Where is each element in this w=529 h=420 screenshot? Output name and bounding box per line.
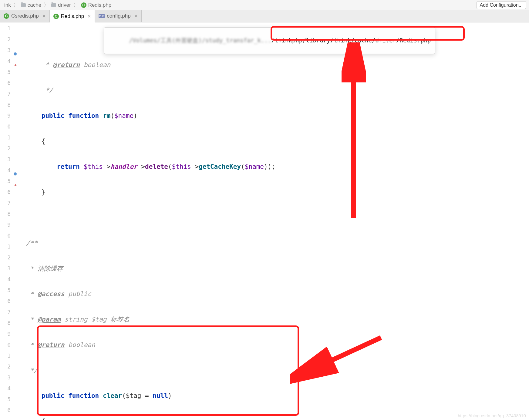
line-number[interactable]: 8 <box>0 208 17 219</box>
php-icon: PHP <box>99 14 105 18</box>
line-number[interactable]: 8 <box>0 99 17 110</box>
tab-label: Redis.php <box>61 13 84 19</box>
line-number[interactable]: 5 <box>0 394 17 405</box>
close-icon[interactable]: ✕ <box>133 14 138 18</box>
line-number[interactable]: 3 <box>0 372 17 383</box>
file-path-tooltip: /Volumes/工具(外置硬盘)/study_transfar_k.../th… <box>104 27 435 54</box>
folder-icon <box>21 3 26 7</box>
line-number[interactable]: 6 <box>0 78 17 88</box>
tooltip-prefix: /Volumes/工具(外置硬盘)/study_transfar_k... <box>129 37 271 44</box>
line-number[interactable]: 9 <box>0 219 17 230</box>
line-number[interactable]: 5 <box>0 285 17 296</box>
breadcrumb-label: Redis.php <box>88 2 112 8</box>
line-number[interactable]: 3 <box>0 45 17 56</box>
implements-gutter-icon[interactable] <box>12 48 17 52</box>
line-number[interactable]: 4 <box>0 383 17 394</box>
line-number[interactable]: 6 <box>0 296 17 307</box>
tab-config[interactable]: PHP config.php ✕ <box>95 10 141 22</box>
add-configuration-button[interactable]: Add Configuration... <box>477 1 526 9</box>
tab-label: Csredis.php <box>11 13 39 19</box>
line-number[interactable]: 3 <box>0 263 17 274</box>
tab-redis[interactable]: C Redis.php ✕ <box>50 10 95 22</box>
line-number[interactable]: 3 <box>0 154 17 165</box>
line-number[interactable]: 2 <box>0 143 17 154</box>
tooltip-path: /thinkphp/library/think/cache/driver/Red… <box>271 37 431 44</box>
class-icon: C <box>81 2 86 8</box>
chevron-right-icon: 〉 <box>12 2 20 8</box>
chevron-right-icon: 〉 <box>72 2 80 8</box>
tab-label: config.php <box>107 13 130 19</box>
line-number[interactable]: 6 <box>0 187 17 198</box>
class-icon: C <box>4 13 9 19</box>
line-gutter: 1 2 3 4 5 6 7 8 9 0 1 2 3 4 5 6 7 8 9 0 … <box>0 22 17 420</box>
line-number[interactable]: 0 <box>0 230 17 241</box>
line-number[interactable]: 5 <box>0 67 17 78</box>
line-number[interactable]: 8 <box>0 318 17 328</box>
line-number[interactable]: 1 <box>0 241 17 252</box>
breadcrumb-label: driver <box>58 2 71 8</box>
line-number[interactable]: 1 <box>0 132 17 143</box>
close-icon[interactable]: ✕ <box>86 14 91 19</box>
chevron-right-icon: 〉 <box>42 2 50 8</box>
line-number[interactable]: 1 <box>0 350 17 361</box>
breadcrumb-item-ink[interactable]: ink <box>3 2 12 8</box>
line-number[interactable]: 2 <box>0 34 17 45</box>
line-number[interactable]: 0 <box>0 121 17 132</box>
line-number[interactable]: 4 <box>0 165 17 176</box>
breadcrumb-bar: ink 〉 cache 〉 driver 〉 C Redis.php Add C… <box>0 0 529 10</box>
tab-csredis[interactable]: C Csredis.php ✕ <box>0 10 50 22</box>
line-number[interactable]: 5 <box>0 176 17 187</box>
watermark: https://blog.csdn.net/qq_37408910 <box>458 413 526 418</box>
breadcrumb-label: ink <box>4 2 11 8</box>
line-number[interactable]: 7 <box>0 88 17 99</box>
line-number[interactable]: 0 <box>0 339 17 350</box>
editor-tabs: C Csredis.php ✕ C Redis.php ✕ PHP config… <box>0 10 529 22</box>
class-icon: C <box>53 14 59 19</box>
line-number[interactable]: 4 <box>0 56 17 67</box>
line-number[interactable]: 2 <box>0 361 17 372</box>
implements-gutter-icon[interactable] <box>12 168 17 172</box>
line-number[interactable]: 6 <box>0 405 17 416</box>
line-number[interactable]: 9 <box>0 328 17 339</box>
breadcrumb-item-driver[interactable]: driver <box>50 2 72 8</box>
line-number[interactable]: 7 <box>0 307 17 318</box>
breadcrumb-item-file[interactable]: C Redis.php <box>80 2 113 8</box>
code-area[interactable]: /Volumes/工具(外置硬盘)/study_transfar_k.../th… <box>17 22 529 420</box>
line-number[interactable]: 9 <box>0 110 17 121</box>
line-number[interactable]: 4 <box>0 274 17 285</box>
folder-icon <box>51 3 56 7</box>
close-icon[interactable]: ✕ <box>41 14 46 18</box>
editor: 1 2 3 4 5 6 7 8 9 0 1 2 3 4 5 6 7 8 9 0 … <box>0 22 529 420</box>
breadcrumb-label: cache <box>28 2 41 8</box>
line-number[interactable]: 1 <box>0 23 17 34</box>
line-number[interactable]: 7 <box>0 198 17 208</box>
line-number[interactable]: 2 <box>0 252 17 263</box>
breadcrumb-item-cache[interactable]: cache <box>20 2 42 8</box>
